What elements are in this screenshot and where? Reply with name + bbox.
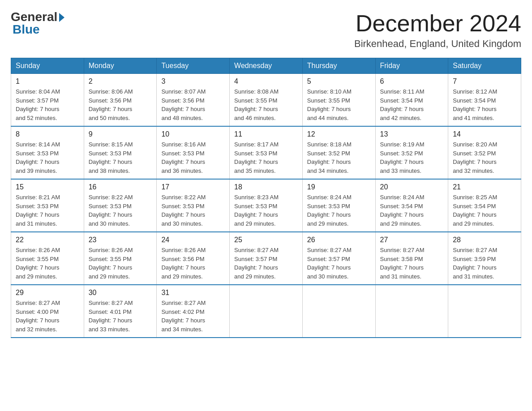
sunrise-text: Sunrise: 8:27 AM: [16, 300, 60, 306]
calendar-day-cell: 14Sunrise: 8:20 AMSunset: 3:52 PMDayligh…: [448, 126, 521, 179]
daylight-text-continued: and 31 minutes.: [380, 273, 422, 280]
daylight-text: Daylight: 7 hours: [161, 317, 205, 324]
daylight-text: Daylight: 7 hours: [307, 158, 351, 165]
sunset-text: Sunset: 3:55 PM: [234, 97, 277, 104]
calendar-day-cell: 2Sunrise: 8:06 AMSunset: 3:56 PMDaylight…: [84, 74, 157, 127]
day-number: 29: [16, 289, 79, 297]
daylight-text-continued: and 29 minutes.: [89, 273, 130, 280]
daylight-text-continued: and 29 minutes.: [234, 220, 276, 227]
day-info: Sunrise: 8:27 AMSunset: 4:02 PMDaylight:…: [161, 299, 225, 334]
day-info: Sunrise: 8:27 AMSunset: 4:00 PMDaylight:…: [16, 299, 79, 334]
day-of-week-header: Tuesday: [157, 58, 230, 74]
day-number: 10: [161, 130, 225, 138]
sunrise-text: Sunrise: 8:12 AM: [453, 88, 497, 95]
location-title: Birkenhead, England, United Kingdom: [354, 38, 521, 50]
daylight-text: Daylight: 7 hours: [89, 264, 133, 271]
sunset-text: Sunset: 3:54 PM: [380, 203, 423, 210]
sunrise-text: Sunrise: 8:26 AM: [161, 247, 206, 253]
daylight-text-continued: and 29 minutes.: [307, 220, 349, 227]
sunset-text: Sunset: 3:54 PM: [380, 97, 423, 104]
daylight-text: Daylight: 7 hours: [380, 264, 424, 271]
sunrise-text: Sunrise: 8:04 AM: [16, 88, 60, 95]
daylight-text-continued: and 34 minutes.: [307, 167, 349, 174]
sunset-text: Sunset: 3:53 PM: [89, 203, 132, 210]
day-info: Sunrise: 8:24 AMSunset: 3:54 PMDaylight:…: [380, 193, 444, 228]
calendar-day-cell: 30Sunrise: 8:27 AMSunset: 4:01 PMDayligh…: [84, 285, 157, 338]
sunrise-text: Sunrise: 8:23 AM: [234, 194, 279, 201]
sunset-text: Sunset: 4:01 PM: [89, 308, 132, 315]
day-of-week-header: Sunday: [11, 58, 84, 74]
day-info: Sunrise: 8:10 AMSunset: 3:55 PMDaylight:…: [307, 87, 371, 122]
day-number: 11: [234, 130, 298, 138]
daylight-text: Daylight: 7 hours: [234, 106, 278, 112]
daylight-text-continued: and 39 minutes.: [16, 167, 57, 174]
calendar-week-row: 1Sunrise: 8:04 AMSunset: 3:57 PMDaylight…: [11, 74, 521, 127]
day-info: Sunrise: 8:22 AMSunset: 3:53 PMDaylight:…: [161, 193, 225, 228]
daylight-text-continued: and 48 minutes.: [161, 115, 203, 121]
day-of-week-header: Thursday: [302, 58, 375, 74]
day-info: Sunrise: 8:18 AMSunset: 3:52 PMDaylight:…: [307, 140, 371, 175]
day-number: 27: [380, 236, 444, 244]
calendar-day-cell: 19Sunrise: 8:24 AMSunset: 3:53 PMDayligh…: [302, 179, 375, 232]
daylight-text: Daylight: 7 hours: [161, 211, 205, 218]
daylight-text: Daylight: 7 hours: [307, 106, 351, 112]
day-info: Sunrise: 8:08 AMSunset: 3:55 PMDaylight:…: [234, 87, 298, 122]
daylight-text: Daylight: 7 hours: [16, 211, 60, 218]
day-number: 25: [234, 236, 298, 244]
day-number: 28: [453, 236, 516, 244]
day-info: Sunrise: 8:27 AMSunset: 3:58 PMDaylight:…: [380, 246, 444, 281]
sunset-text: Sunset: 3:57 PM: [234, 256, 277, 262]
logo-general-text: General: [11, 11, 57, 23]
calendar-day-cell: 25Sunrise: 8:27 AMSunset: 3:57 PMDayligh…: [230, 232, 303, 285]
day-number: 3: [161, 77, 225, 86]
day-number: 31: [161, 289, 225, 297]
daylight-text-continued: and 29 minutes.: [380, 220, 422, 227]
calendar-day-cell: 18Sunrise: 8:23 AMSunset: 3:53 PMDayligh…: [230, 179, 303, 232]
calendar-week-row: 22Sunrise: 8:26 AMSunset: 3:55 PMDayligh…: [11, 232, 521, 285]
sunset-text: Sunset: 3:59 PM: [453, 256, 496, 262]
day-info: Sunrise: 8:20 AMSunset: 3:52 PMDaylight:…: [453, 140, 516, 175]
day-info: Sunrise: 8:25 AMSunset: 3:54 PMDaylight:…: [453, 193, 516, 228]
daylight-text: Daylight: 7 hours: [234, 264, 278, 271]
daylight-text: Daylight: 7 hours: [380, 211, 424, 218]
calendar-day-cell: 23Sunrise: 8:26 AMSunset: 3:55 PMDayligh…: [84, 232, 157, 285]
daylight-text-continued: and 50 minutes.: [89, 115, 130, 121]
daylight-text-continued: and 44 minutes.: [307, 115, 349, 121]
day-number: 30: [89, 289, 152, 297]
day-number: 12: [307, 130, 371, 138]
calendar-day-cell: 6Sunrise: 8:11 AMSunset: 3:54 PMDaylight…: [375, 74, 448, 127]
daylight-text: Daylight: 7 hours: [89, 106, 133, 112]
title-section: December 2024 Birkenhead, England, Unite…: [354, 11, 521, 50]
daylight-text-continued: and 52 minutes.: [16, 115, 57, 121]
calendar-day-cell: 27Sunrise: 8:27 AMSunset: 3:58 PMDayligh…: [375, 232, 448, 285]
daylight-text: Daylight: 7 hours: [453, 264, 497, 271]
calendar-day-cell: 24Sunrise: 8:26 AMSunset: 3:56 PMDayligh…: [157, 232, 230, 285]
day-number: 9: [89, 130, 152, 138]
daylight-text: Daylight: 7 hours: [89, 158, 133, 165]
daylight-text-continued: and 29 minutes.: [161, 273, 203, 280]
sunset-text: Sunset: 3:54 PM: [453, 97, 496, 104]
sunrise-text: Sunrise: 8:22 AM: [161, 194, 206, 201]
sunrise-text: Sunrise: 8:10 AM: [307, 88, 352, 95]
day-number: 21: [453, 183, 516, 191]
sunset-text: Sunset: 3:56 PM: [161, 97, 204, 104]
day-info: Sunrise: 8:15 AMSunset: 3:53 PMDaylight:…: [89, 140, 152, 175]
day-info: Sunrise: 8:22 AMSunset: 3:53 PMDaylight:…: [89, 193, 152, 228]
sunrise-text: Sunrise: 8:27 AM: [161, 300, 206, 306]
daylight-text: Daylight: 7 hours: [453, 158, 497, 165]
calendar-day-cell: 20Sunrise: 8:24 AMSunset: 3:54 PMDayligh…: [375, 179, 448, 232]
sunrise-text: Sunrise: 8:27 AM: [380, 247, 425, 253]
sunrise-text: Sunrise: 8:26 AM: [89, 247, 133, 253]
daylight-text-continued: and 30 minutes.: [161, 220, 203, 227]
sunrise-text: Sunrise: 8:24 AM: [307, 194, 352, 201]
daylight-text-continued: and 32 minutes.: [16, 326, 57, 333]
calendar-day-cell: 9Sunrise: 8:15 AMSunset: 3:53 PMDaylight…: [84, 126, 157, 179]
sunrise-text: Sunrise: 8:07 AM: [161, 88, 206, 95]
daylight-text-continued: and 36 minutes.: [161, 167, 203, 174]
calendar-day-cell: 8Sunrise: 8:14 AMSunset: 3:53 PMDaylight…: [11, 126, 84, 179]
daylight-text: Daylight: 7 hours: [16, 158, 60, 165]
day-number: 24: [161, 236, 225, 244]
daylight-text: Daylight: 7 hours: [234, 158, 278, 165]
day-number: 26: [307, 236, 371, 244]
day-number: 5: [307, 77, 371, 86]
